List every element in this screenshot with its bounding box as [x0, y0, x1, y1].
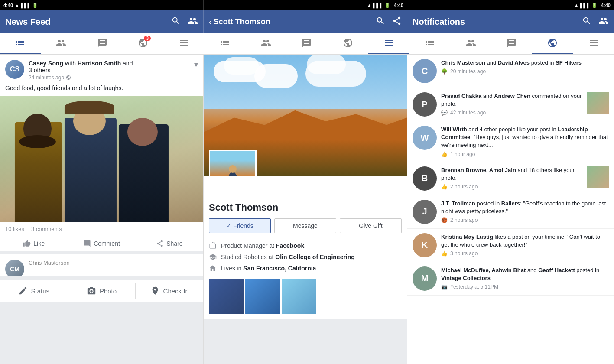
bottom-bar: Status Photo Check In — [0, 280, 203, 302]
post-coauthor: Harrison Smith — [78, 60, 121, 67]
notification-item[interactable]: J J.T. Trollman posted in Ballers: "Geof… — [407, 195, 614, 229]
notification-item[interactable]: C Chris Masterson and David Alves posted… — [407, 55, 614, 88]
search-icon-left[interactable] — [171, 16, 181, 28]
post-author-line: Casey Song with Harrison Smith and3 othe… — [29, 60, 194, 74]
post-actions: Like Comment Share — [0, 236, 203, 251]
profile-location: Lives in San Francisco, California — [209, 263, 402, 274]
time-mid: 4:40 — [394, 3, 403, 8]
notif-icon: 📷 — [441, 284, 448, 290]
tab-messages-mid[interactable] — [286, 33, 327, 54]
notification-item[interactable]: B Brennan Browne, Amol Jain and 18 other… — [407, 162, 614, 195]
profile-photo-thumb — [209, 150, 257, 176]
tab-friends-left[interactable] — [41, 33, 81, 54]
tab-globe-right[interactable] — [532, 33, 573, 54]
notif-content: Prasad Chakka and Andrew Chen commented … — [441, 92, 584, 116]
tab-newsfeed-right[interactable] — [409, 33, 450, 54]
notif-meta: 👍 3 hours ago — [441, 250, 609, 257]
notif-text: Brennan Browne, Amol Jain and 18 others … — [441, 166, 584, 182]
checkin-action[interactable]: Check In — [136, 283, 203, 299]
tab-friends-mid[interactable] — [246, 33, 286, 54]
nav-right: Notifications — [407, 10, 614, 33]
search-icon-right[interactable] — [582, 16, 591, 28]
comment-label: Comment — [94, 240, 120, 247]
tab-menu-left[interactable] — [163, 33, 204, 54]
notif-content: Will Wirth and 4 other people like your … — [441, 126, 609, 157]
tab-menu-mid[interactable] — [368, 33, 409, 54]
school-name: Olin College of Engineering — [275, 254, 355, 260]
comment-button[interactable]: Comment — [68, 236, 135, 251]
tab-newsfeed-left[interactable] — [0, 33, 41, 54]
notification-item[interactable]: P Prasad Chakka and Andrew Chen commente… — [407, 88, 614, 121]
notif-text: Chris Masterson and David Alves posted i… — [441, 59, 609, 67]
notification-item[interactable]: M Michael McDuffee, Ashwin Bhat and Geof… — [407, 262, 614, 296]
notif-content: Brennan Browne, Amol Jain and 18 others … — [441, 166, 584, 190]
status-label: Status — [31, 287, 50, 295]
battery-icon-right: 🔋 — [591, 3, 598, 8]
content-area: CS Casey Song with Harrison Smith and3 o… — [0, 55, 614, 364]
message-button[interactable]: Message — [274, 218, 336, 233]
tab-messages-left[interactable] — [82, 33, 123, 54]
friends-button[interactable]: ✓ Friends — [209, 218, 271, 233]
like-button[interactable]: Like — [0, 236, 68, 251]
notif-meta: 🌳 20 minutes ago — [441, 68, 609, 75]
notif-time: 20 minutes ago — [450, 68, 486, 75]
post-others: 3 others — [29, 67, 51, 74]
profile-photo-container — [209, 150, 257, 176]
post-avatar-2: CM — [5, 260, 24, 276]
notif-thumb — [587, 92, 609, 114]
friends-icon-left[interactable] — [188, 16, 198, 28]
tab-newsfeed-mid[interactable] — [205, 33, 246, 54]
status-action[interactable]: Status — [0, 283, 68, 299]
post-author-2: Chris Masterson — [29, 260, 198, 266]
notification-item[interactable]: W Will Wirth and 4 other people like you… — [407, 121, 614, 162]
nav-title-right: Notifications — [413, 17, 575, 27]
notif-icon: 🏀 — [441, 217, 448, 223]
friends-icon-right[interactable] — [598, 16, 609, 28]
notification-item[interactable]: K Kristina May Lustig likes a post on yo… — [407, 229, 614, 262]
education-text: Studied Robotics at Olin College of Engi… — [221, 254, 355, 260]
profile-thumb-3[interactable] — [282, 279, 316, 314]
post-and-text: and — [121, 60, 133, 67]
give-gift-button[interactable]: Give Gift — [340, 218, 402, 233]
post-dropdown-icon[interactable]: ▾ — [194, 60, 198, 69]
wifi-icon-mid: ▲ — [367, 3, 372, 8]
share-icon-mid[interactable] — [392, 16, 402, 28]
notif-avatar: M — [413, 266, 437, 291]
notif-icon: 🌳 — [441, 68, 448, 75]
notif-time: 3 hours ago — [450, 250, 478, 257]
notif-avatar: B — [413, 166, 437, 191]
notif-avatar: C — [413, 59, 437, 83]
post-author-name: Casey Song — [29, 60, 63, 67]
profile-info: Scott Thomson ✓ Friends Message Give Gif… — [204, 176, 407, 319]
share-label: Share — [166, 240, 182, 247]
tab-menu-right[interactable] — [573, 33, 614, 54]
like-label: Like — [33, 240, 45, 247]
signal-icon-right: ▌▌▌ — [580, 3, 590, 8]
share-button[interactable]: Share — [136, 236, 203, 251]
tab-friends-right[interactable] — [451, 33, 491, 54]
tab-globe-mid[interactable] — [328, 33, 368, 54]
signal-icon-left: ▌▌▌ — [21, 3, 31, 8]
photo-action[interactable]: Photo — [68, 283, 136, 299]
post-header: CS Casey Song with Harrison Smith and3 o… — [0, 55, 203, 81]
notif-text: Kristina May Lustig likes a post on your… — [441, 233, 609, 249]
profile-education: Studied Robotics at Olin College of Engi… — [209, 251, 402, 263]
time-left: 4:40 — [3, 3, 13, 8]
profile-thumb-1[interactable] — [209, 279, 244, 314]
notif-thumb — [587, 166, 609, 188]
status-bar-middle: ▲ ▌▌▌ 🔋 4:40 — [204, 0, 407, 10]
location-text: Lives in San Francisco, California — [221, 265, 316, 272]
nav-middle: ‹ Scott Thomson — [204, 10, 407, 33]
notif-text: Will Wirth and 4 other people like your … — [441, 126, 609, 150]
nav-back-icon[interactable]: ‹ — [209, 17, 212, 27]
tab-globe-left[interactable]: 3 — [123, 33, 163, 54]
notif-text: Michael McDuffee, Ashwin Bhat and Geoff … — [441, 266, 609, 282]
nav-profile-name: Scott Thomson — [214, 17, 369, 26]
profile-thumb-2[interactable] — [245, 279, 280, 314]
search-icon-mid[interactable] — [376, 16, 385, 28]
post-time-text: 24 minutes ago — [29, 75, 64, 81]
notif-icon: 👍 — [441, 151, 448, 157]
notif-meta: 💬 42 minutes ago — [441, 110, 584, 116]
status-bar-left: 4:40 ▲ ▌▌▌ 🔋 — [0, 0, 204, 10]
tab-messages-right[interactable] — [491, 33, 532, 54]
